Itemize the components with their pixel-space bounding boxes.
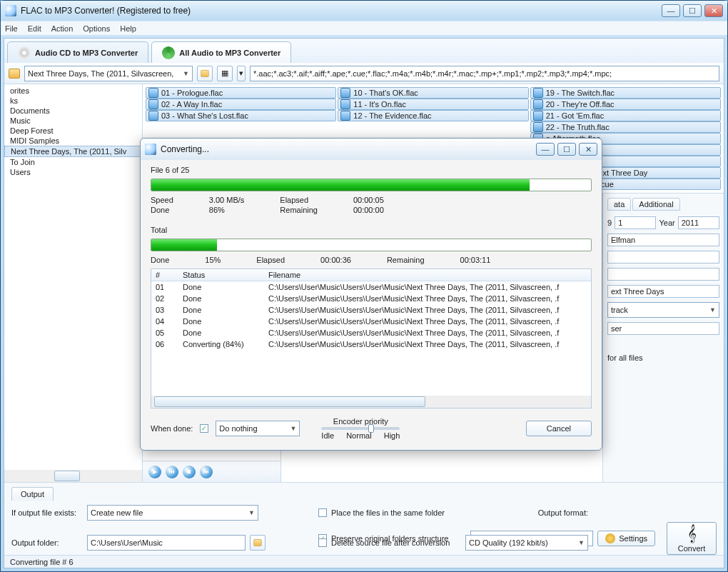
quality-combo[interactable]: CD Quality (192 kbit/s)▼ (465, 535, 588, 551)
artist-input[interactable]: Elfman (607, 234, 719, 246)
track-combo[interactable]: track▼ (607, 302, 719, 318)
music-file-icon (340, 88, 350, 98)
stop-button[interactable]: ⏹ (183, 466, 196, 478)
folder-item[interactable]: MIDI Samples (4, 136, 142, 146)
file-item[interactable]: 11 - It's On.flac (338, 99, 528, 110)
folder-item[interactable]: To Join (4, 157, 142, 167)
filter-combo[interactable]: *.aac;*.ac3;*.aif;*.aiff;*.ape;*.cue;*.f… (250, 66, 719, 81)
view-button[interactable]: ▦ (217, 66, 233, 81)
when-done-checkbox[interactable]: ✓ (200, 424, 208, 433)
file-item[interactable]: 20 - They're Off.flac (530, 99, 721, 110)
titlebar[interactable]: FLAC to MP3 Converter! (Registered to fr… (1, 1, 727, 21)
apply-all-label: for all files (607, 353, 643, 362)
priority-idle: Idle (321, 431, 334, 440)
done-label: Done (151, 206, 173, 214)
tab-cd-label: Audio CD to MP3 Converter (35, 49, 138, 57)
maximize-button[interactable]: ☐ (683, 4, 702, 17)
folder-icon (9, 69, 20, 79)
audio-icon (162, 46, 175, 59)
priority-slider[interactable] (321, 427, 400, 430)
music-file-icon (533, 99, 543, 109)
conversion-row[interactable]: 06Converting (84%)C:\Users\User\Music\Us… (151, 338, 591, 350)
path-combo[interactable]: Next Three Days, The (2011, Silvascreen,… (24, 66, 193, 81)
list-scroll-thumb[interactable] (154, 396, 425, 407)
file-item[interactable]: 12 - The Evidence.flac (338, 110, 528, 121)
album-input[interactable]: ext Three Days (607, 285, 719, 298)
file-item[interactable]: 03 - What She's Lost.flac (146, 110, 336, 121)
conversion-row[interactable]: 03DoneC:\Users\User\Music\Users\User\Mus… (151, 304, 591, 316)
up-folder-button[interactable] (197, 66, 213, 81)
title-input[interactable] (607, 251, 719, 264)
file-item[interactable]: 22 - The Truth.flac (530, 121, 721, 133)
file-item[interactable]: 02 - A Way In.flac (146, 99, 336, 110)
track-no-input[interactable] (615, 216, 656, 229)
prev-button[interactable]: ⏮ (166, 466, 178, 478)
output-tab[interactable]: Output (11, 487, 54, 501)
folder-item[interactable]: Documents (4, 106, 142, 116)
folder-item[interactable]: Music (4, 116, 142, 126)
slider-knob[interactable] (368, 424, 374, 433)
col-filename[interactable]: Filename (264, 269, 591, 281)
path-text: Next Three Days, The (2011, Silvascreen, (28, 69, 173, 78)
dialog-minimize-button[interactable]: — (536, 143, 555, 156)
next-button[interactable]: ⏭ (200, 466, 213, 478)
menu-help[interactable]: Help (120, 24, 136, 33)
tab-additional[interactable]: Additional (632, 198, 679, 211)
done-value: 86% (209, 206, 245, 214)
statusbar: Converting file # 6 (4, 555, 724, 568)
tab-all-audio[interactable]: All Audio to MP3 Converter (151, 41, 291, 63)
folder-item[interactable]: orites (4, 86, 142, 96)
minimize-button[interactable]: — (662, 4, 680, 17)
menu-options[interactable]: Options (83, 24, 110, 33)
folder-item[interactable]: Users (4, 167, 142, 177)
list-hscrollbar[interactable] (151, 396, 591, 408)
when-done-label: When done: (151, 424, 193, 433)
music-file-icon (533, 122, 543, 132)
cd-icon (18, 46, 31, 59)
menu-file[interactable]: File (5, 24, 18, 33)
tab-metadata[interactable]: ata (607, 198, 631, 211)
chk-same-folder[interactable] (318, 508, 327, 517)
folder-input[interactable]: C:\Users\User\Music (87, 535, 246, 551)
folder-label: Output folder: (11, 538, 83, 547)
exists-label: If output file exists: (11, 508, 83, 517)
year-input[interactable] (678, 216, 719, 229)
menu-edit[interactable]: Edit (28, 24, 41, 33)
arranger-input[interactable]: ser (607, 322, 719, 335)
browse-folder-button[interactable] (250, 535, 266, 551)
folder-item[interactable]: ks (4, 96, 142, 106)
menubar: File Edit Action Options Help (1, 21, 727, 35)
close-button[interactable]: ✕ (704, 4, 723, 17)
view-dropdown-button[interactable]: ▾ (237, 66, 246, 81)
conversion-row[interactable]: 04DoneC:\Users\User\Music\Users\User\Mus… (151, 316, 591, 327)
file-item[interactable]: 10 - That's OK.flac (338, 87, 528, 99)
col-status[interactable]: Status (178, 269, 264, 281)
genre-input[interactable] (607, 268, 719, 281)
priority-high: High (384, 431, 400, 440)
cancel-button[interactable]: Cancel (526, 421, 592, 436)
conversion-row[interactable]: 05DoneC:\Users\User\Music\Users\User\Mus… (151, 327, 591, 338)
file-item[interactable]: 19 - The Switch.flac (530, 87, 721, 99)
folder-item[interactable]: Next Three Days, The (2011, Silv (4, 146, 142, 157)
tab-cd-to-mp3[interactable]: Audio CD to MP3 Converter (7, 41, 148, 63)
when-done-combo[interactable]: Do nothing▼ (216, 421, 300, 436)
playback-bar: ▶ ⏮ ⏹ ⏭ (143, 461, 280, 482)
music-file-icon (148, 88, 158, 98)
dialog-maximize-button[interactable]: ☐ (557, 143, 576, 156)
exists-combo[interactable]: Create new file▼ (87, 505, 258, 521)
dialog-close-button[interactable]: ✕ (579, 143, 597, 156)
music-file-icon (148, 111, 158, 121)
tdone-label: Done (151, 256, 169, 264)
conversion-row[interactable]: 01DoneC:\Users\User\Music\Users\User\Mus… (151, 281, 591, 293)
play-button[interactable]: ▶ (148, 466, 161, 478)
conversion-row[interactable]: 02DoneC:\Users\User\Music\Users\User\Mus… (151, 293, 591, 304)
file-item[interactable]: 21 - Got 'Em.flac (530, 110, 721, 121)
file-item[interactable]: 01 - Prologue.flac (146, 87, 336, 99)
col-index[interactable]: # (151, 269, 178, 281)
dialog-titlebar[interactable]: Converting... — ☐ ✕ (141, 139, 602, 160)
folder-item[interactable]: Deep Forest (4, 126, 142, 136)
hscrollbar[interactable] (4, 470, 142, 482)
scroll-thumb[interactable] (54, 471, 80, 481)
chk-delete-source[interactable] (318, 538, 327, 547)
menu-action[interactable]: Action (51, 24, 74, 33)
